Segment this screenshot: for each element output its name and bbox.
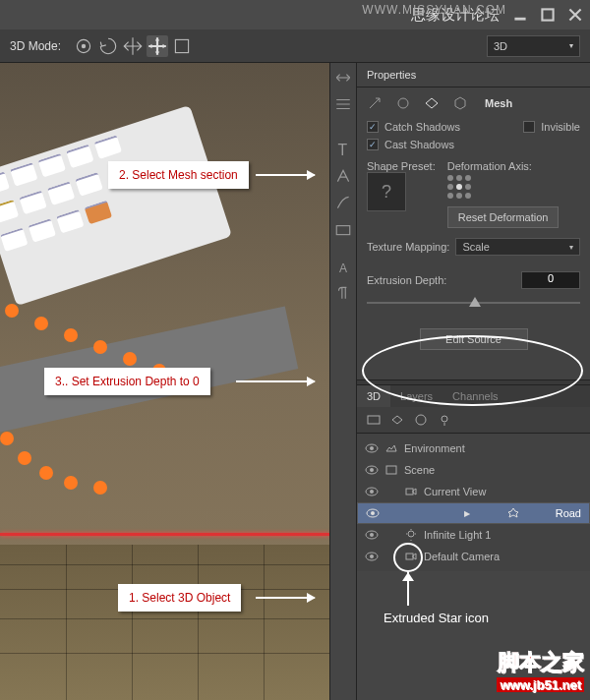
visibility-icon[interactable] [366,506,380,520]
filter-light-icon[interactable] [438,413,451,427]
svg-rect-25 [406,554,413,559]
filter-material-icon[interactable] [414,413,428,427]
edit-source-button[interactable]: Edit Source [420,328,528,350]
catch-shadows-checkbox[interactable]: ✓ [367,121,379,133]
panel-options-icon[interactable] [334,95,352,113]
svg-point-22 [408,531,414,537]
deformation-axis-label: Deformation Axis: [447,160,560,172]
scene-icon [384,463,398,477]
texture-mapping-select[interactable]: Scale▾ [455,238,580,256]
close-icon[interactable] [568,8,582,22]
forum-watermark-url: WWW.MISSYUAN.COM [362,3,506,17]
layer-icon[interactable] [334,220,352,238]
cast-shadows-label: Cast Shadows [384,139,454,150]
mesh-icon[interactable] [424,95,440,111]
camera-icon [404,485,418,498]
minimize-icon[interactable] [513,8,527,22]
svg-rect-0 [542,9,553,20]
tab-channels[interactable]: Channels [442,385,507,407]
text-tool-icon[interactable]: T [334,141,352,158]
mesh-label: Mesh [485,97,512,109]
svg-point-19 [371,511,375,515]
scene-item-default-camera[interactable]: Default Camera [357,546,590,567]
callout-2: 2. Select Mesh section [108,161,249,189]
texture-mapping-value: Scale [462,241,490,253]
deformation-axis-grid[interactable] [447,175,560,199]
item-label: Default Camera [424,551,500,562]
shape-preset-swatch[interactable]: ? [367,172,406,211]
svg-point-6 [398,98,408,108]
3d-mode-dropdown[interactable]: 3D▾ [487,35,580,57]
scene-item-road[interactable]: ▶Road [357,502,590,524]
properties-panel-tab[interactable]: Properties [357,63,590,88]
char-icon[interactable] [334,167,352,185]
scale-icon[interactable] [171,35,193,57]
orbit-icon[interactable] [73,35,94,57]
options-bar: 3D Mode: 3D▾ [0,29,590,63]
expand-icon[interactable]: ▶ [464,509,470,518]
svg-point-8 [416,415,426,425]
extruded-star-icon [506,506,520,520]
light-icon [404,528,418,542]
rotate-icon[interactable] [97,35,119,57]
filter-scene-icon[interactable] [367,413,381,427]
3d-filter-icons [357,407,590,434]
tab-3d[interactable]: 3D [357,385,390,407]
scene-item-current-view[interactable]: Current View [357,481,590,502]
visibility-icon[interactable] [365,441,379,455]
invisible-checkbox[interactable] [523,121,535,133]
visibility-icon[interactable] [365,463,379,477]
scene-item-scene[interactable]: Scene [357,459,590,481]
pan-icon[interactable] [122,35,144,57]
properties-panel: Mesh ✓Catch Shadows Invisible ✓Cast Shad… [357,88,590,379]
3d-scene-list: Environment Scene Current View ▶Road Inf… [357,434,590,571]
brush-icon[interactable] [334,194,352,211]
extrusion-depth-input[interactable]: 0 [521,271,580,289]
item-label: Road [556,507,581,519]
visibility-icon[interactable] [365,528,379,542]
maximize-icon[interactable] [541,8,555,22]
svg-rect-17 [406,489,413,495]
paragraph-icon[interactable] [334,284,352,302]
tab-layers[interactable]: Layers [390,385,442,407]
tool-icon[interactable] [367,95,383,111]
environment-icon [384,441,398,455]
collapse-icon[interactable] [334,69,352,87]
svg-rect-14 [386,466,396,474]
visibility-icon[interactable] [365,550,379,563]
svg-point-2 [82,43,86,47]
arrow-2 [256,174,315,176]
svg-point-9 [442,416,447,422]
svg-point-21 [370,533,374,537]
material-icon[interactable] [452,95,468,111]
ground-plane [0,545,329,700]
invisible-label: Invisible [541,121,580,133]
text-a-icon[interactable]: A [339,262,347,275]
callout-1: 1. Select 3D Object [118,584,241,612]
scene-icon[interactable] [395,95,411,111]
horizon-line [0,533,329,536]
watermark-cn: 脚本之家 [498,650,584,674]
scene-item-light[interactable]: Infinite Light 1 [357,524,590,546]
shape-preset-label: Shape Preset: [367,160,436,172]
move-icon[interactable] [147,35,168,57]
svg-rect-5 [336,226,350,235]
document-canvas[interactable]: 2. Select Mesh section 3.. Set Extrusion… [0,63,329,700]
extrusion-depth-slider[interactable] [367,295,580,311]
cast-shadows-checkbox[interactable]: ✓ [367,139,379,150]
reset-deformation-button[interactable]: Reset Deformation [447,206,560,228]
catch-shadows-label: Catch Shadows [384,121,460,133]
camera-icon [404,550,418,563]
filter-mesh-icon[interactable] [390,413,404,427]
svg-point-13 [370,468,374,472]
watermark-url: www.jb51.net [497,677,584,692]
texture-mapping-label: Texture Mapping: [367,241,449,253]
svg-point-11 [370,446,374,450]
bottom-watermark: 脚本之家 www.jb51.net [497,648,584,692]
item-label: Current View [424,486,486,497]
calculator-object [0,105,232,306]
visibility-icon[interactable] [365,485,379,498]
title-bar: 思缘设计论坛 WWW.MISSYUAN.COM [0,0,590,29]
svg-rect-7 [368,416,380,424]
scene-item-environment[interactable]: Environment [357,438,590,459]
